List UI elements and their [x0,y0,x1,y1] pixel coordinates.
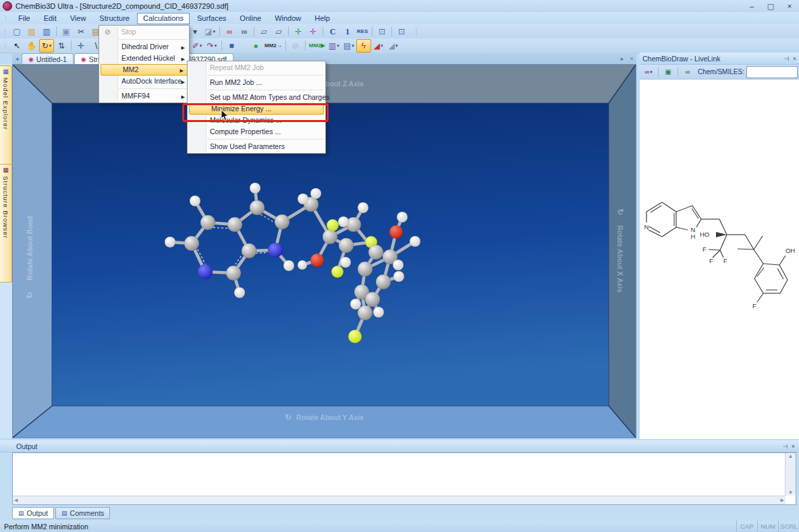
menu-item-compute-properties[interactable]: Compute Properties ... [188,126,325,138]
scroll-right-icon[interactable]: ▶ [781,498,784,503]
menu-view[interactable]: View [64,13,92,24]
atom-h[interactable] [298,260,307,270]
v-axis-button[interactable]: ✛ [306,25,321,38]
ramp-flat-button[interactable]: ◢▾ [386,39,401,53]
pan-tool[interactable]: ✋ [24,39,39,53]
atom-c[interactable] [376,274,391,289]
element-c-button[interactable]: C [325,25,340,38]
doc-tab-1[interactable]: ◉Untitled-1 [22,53,74,64]
sidebar-tab-structure-browser[interactable]: ▦Structure Browser [0,164,12,283]
output-tab-comments[interactable]: ▤Comments [55,507,110,519]
res-button[interactable]: RES [355,25,370,38]
menu-structure[interactable]: Structure [93,13,136,24]
dropdown-caret-icon[interactable]: ▾ [395,43,398,48]
menu-item-mmff94[interactable]: MMFF94▶ [100,90,188,102]
menu-calculations[interactable]: Calculations [137,13,190,24]
atom-h[interactable] [298,194,308,204]
red-blue-glasses-icon[interactable]: ∞ [222,25,237,38]
atom-o[interactable] [389,225,403,239]
dropdown-caret-icon[interactable]: ▾ [200,43,202,48]
viewport-bottom-band[interactable] [13,406,636,438]
monitor2-button[interactable]: ⊡ [394,25,409,38]
tab-close-icon[interactable]: × [627,55,636,62]
atom-h[interactable] [393,271,404,282]
close-button[interactable]: × [780,2,799,10]
cut-button[interactable]: ✂ [74,25,88,38]
tab-scroll-left-icon[interactable]: ◂ [12,55,22,62]
menu-help[interactable]: Help [308,13,336,24]
menu-edit[interactable]: Edit [38,13,63,24]
select-tool[interactable]: ↖ [9,39,24,53]
table-button[interactable]: ▤▾ [341,39,356,53]
atom-c[interactable] [242,243,256,258]
atom-c[interactable] [323,229,337,244]
livelink-glasses-button[interactable]: ∞▾ [641,65,656,79]
atom-h[interactable] [397,212,408,223]
livelink-pin-icon[interactable]: ⊤ [783,56,790,61]
atom-h[interactable] [283,260,294,271]
copy-structure-button[interactable]: ▣ [661,65,676,79]
load-structure-button[interactable]: ∞ [680,65,695,79]
angle-tool[interactable]: ↷▾ [204,39,219,53]
atom-h[interactable] [165,237,175,247]
atom-f[interactable] [327,219,339,231]
atom-h[interactable] [338,216,349,227]
menu-item-dihedral-driver[interactable]: Dihedral Driver▶ [100,41,188,53]
atom-c[interactable] [358,262,373,276]
dropdown-caret-icon[interactable]: ▾ [215,43,217,48]
atom-f[interactable] [348,330,362,343]
menu-surfaces[interactable]: Surfaces [191,13,232,24]
atom-h[interactable] [358,202,368,213]
menu-item-mm2[interactable]: MM2▶ [101,64,188,76]
output-close-icon[interactable]: × [792,443,795,450]
atom-c[interactable] [200,215,215,230]
display-mode-caret[interactable]: ▾ [188,25,202,38]
ramp-up-button[interactable]: ◢▾ [371,39,386,53]
menu-window[interactable]: Window [269,13,307,24]
menu-item-show-used-parameters[interactable]: Show Used Parameters [188,141,325,152]
atom-h[interactable] [190,196,200,206]
atom-c[interactable] [275,214,290,229]
dropdown-caret-icon[interactable]: ▾ [650,69,653,74]
menu-online[interactable]: Online [233,13,267,24]
menu-item-set-up-mm2-atom-types-and-charges[interactable]: Set up MM2 Atom Types and Charges [188,92,325,103]
atom-c[interactable] [368,245,383,260]
atom-h[interactable] [310,188,321,199]
atom-h[interactable] [234,287,245,298]
atom-n[interactable] [198,264,213,279]
atom-c[interactable] [250,200,265,215]
maximize-button[interactable]: ▢ [761,2,780,11]
record-button[interactable]: ● [248,39,263,53]
atom-c[interactable] [227,217,242,232]
stop-disabled-button[interactable]: ⊘ [288,39,303,53]
new-file-button[interactable]: ▢ [9,25,24,38]
save-button[interactable]: ▥ [39,25,54,38]
menu-item-run-mm2-job[interactable]: Run MM2 Job ... [188,77,325,88]
output-vertical-scrollbar[interactable]: ▲ ▼ [785,453,796,496]
more-dots[interactable]: ⋮ [409,25,424,38]
rotate-tool[interactable]: ↻▾ [39,39,54,53]
sidebar-tab-model-explorer[interactable]: ▦Model Explorer [0,65,12,165]
minimize-energy-button[interactable]: ϟ [356,39,371,53]
zoom-tool[interactable]: ⇅ [54,39,69,53]
dropdown-caret-icon[interactable]: ▾ [49,43,52,48]
scroll-up-icon[interactable]: ▲ [788,453,794,459]
move-objects-tool[interactable]: ✛ [74,39,88,53]
menu-file[interactable]: File [12,13,36,24]
atom-c[interactable] [226,266,241,280]
box-axes-button[interactable]: ▱ [271,25,286,38]
dropdown-caret-icon[interactable]: ▾ [337,43,339,48]
dropdown-caret-icon[interactable]: ▾ [381,43,383,48]
output-tab-output[interactable]: ▤Output [12,507,54,519]
atom-f[interactable] [331,266,343,278]
background-color-button[interactable]: ◪▾ [202,25,217,38]
copy-button[interactable]: ▣ [59,25,74,38]
livelink-canvas[interactable]: NNHHOFFFOHF [640,80,799,439]
smiles-input[interactable] [746,66,798,78]
h-axis-button[interactable]: ✛ [291,25,306,38]
dihedral-tool[interactable]: ✐▾ [190,39,204,53]
atom-h[interactable] [250,183,260,194]
dropdown-caret-icon[interactable]: ▾ [213,29,215,34]
atom-h[interactable] [393,260,404,270]
mm2-play-button[interactable]: MM2▶ [308,39,327,53]
